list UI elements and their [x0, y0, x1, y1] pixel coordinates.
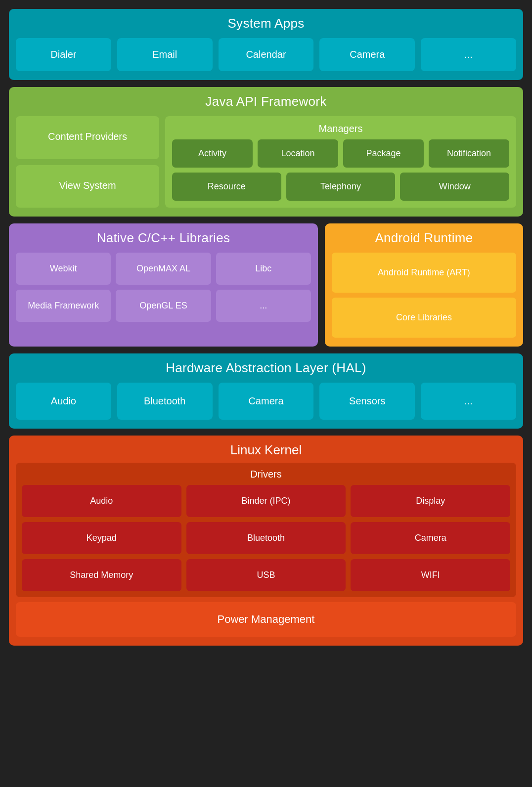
- managers-title: Managers: [172, 123, 509, 134]
- native-row1: Webkit OpenMAX AL Libc: [16, 253, 311, 285]
- hal-sensors: Sensors: [319, 383, 415, 420]
- runtime-grid: Android Runtime (ART) Core Libraries: [332, 253, 516, 338]
- linux-kernel-layer: Linux Kernel Drivers Audio Binder (IPC) …: [9, 436, 523, 646]
- hal-title: Hardware Abstraction Layer (HAL): [16, 360, 516, 376]
- hal-more: ...: [421, 383, 516, 420]
- hal-bluetooth: Bluetooth: [117, 383, 213, 420]
- hal-camera: Camera: [219, 383, 314, 420]
- driver-usb: USB: [186, 559, 346, 591]
- manager-location: Location: [258, 139, 338, 168]
- native-openmax: OpenMAX AL: [116, 253, 211, 285]
- driver-shared-memory: Shared Memory: [22, 559, 181, 591]
- runtime-art: Android Runtime (ART): [332, 253, 516, 293]
- power-management: Power Management: [16, 602, 516, 637]
- app-calendar: Calendar: [219, 38, 314, 71]
- drivers-row3: Shared Memory USB WIFI: [22, 559, 510, 591]
- app-more: ...: [421, 38, 516, 71]
- hal-layer: Hardware Abstraction Layer (HAL) Audio B…: [9, 353, 523, 429]
- native-webkit: Webkit: [16, 253, 111, 285]
- managers-row1: Activity Location Package Notification: [172, 139, 509, 168]
- managers-row2: Resource Telephony Window: [172, 173, 509, 201]
- app-email: Email: [117, 38, 213, 71]
- android-runtime-title: Android Runtime: [332, 230, 516, 246]
- driver-binder: Binder (IPC): [186, 485, 346, 517]
- native-media: Media Framework: [16, 290, 111, 322]
- drivers-row1: Audio Binder (IPC) Display: [22, 485, 510, 517]
- java-api-layer: Java API Framework Content Providers Vie…: [9, 87, 523, 217]
- system-apps-layer: System Apps Dialer Email Calendar Camera…: [9, 9, 523, 80]
- driver-audio: Audio: [22, 485, 181, 517]
- manager-resource: Resource: [172, 173, 281, 201]
- driver-camera: Camera: [351, 522, 510, 554]
- driver-wifi: WIFI: [351, 559, 510, 591]
- android-runtime-layer: Android Runtime Android Runtime (ART) Co…: [325, 223, 523, 347]
- drivers-section: Drivers Audio Binder (IPC) Display Keypa…: [16, 463, 516, 597]
- drivers-grid: Audio Binder (IPC) Display Keypad Blueto…: [22, 485, 510, 591]
- native-row2: Media Framework OpenGL ES ...: [16, 290, 311, 322]
- java-api-content: Content Providers View System Managers A…: [16, 116, 516, 208]
- app-dialer: Dialer: [16, 38, 111, 71]
- left-col: Content Providers View System: [16, 116, 159, 208]
- native-title: Native C/C++ Libraries: [16, 230, 311, 246]
- middle-row: Native C/C++ Libraries Webkit OpenMAX AL…: [9, 223, 523, 347]
- linux-title: Linux Kernel: [16, 442, 516, 458]
- java-api-title: Java API Framework: [16, 94, 516, 109]
- app-camera: Camera: [319, 38, 415, 71]
- native-grid: Webkit OpenMAX AL Libc Media Framework O…: [16, 253, 311, 322]
- native-more: ...: [216, 290, 311, 322]
- runtime-core-libs: Core Libraries: [332, 298, 516, 338]
- content-providers-card: Content Providers: [16, 116, 159, 159]
- system-apps-title: System Apps: [16, 16, 516, 31]
- managers-col: Managers Activity Location Package Notif…: [165, 116, 516, 208]
- android-architecture-diagram: System Apps Dialer Email Calendar Camera…: [0, 0, 532, 787]
- native-layer: Native C/C++ Libraries Webkit OpenMAX AL…: [9, 223, 318, 347]
- driver-bluetooth: Bluetooth: [186, 522, 346, 554]
- manager-telephony: Telephony: [286, 173, 396, 201]
- managers-grid: Activity Location Package Notification R…: [172, 139, 509, 201]
- native-opengl: OpenGL ES: [116, 290, 211, 322]
- manager-activity: Activity: [172, 139, 253, 168]
- driver-keypad: Keypad: [22, 522, 181, 554]
- native-libc: Libc: [216, 253, 311, 285]
- hal-grid: Audio Bluetooth Camera Sensors ...: [16, 383, 516, 420]
- system-apps-grid: Dialer Email Calendar Camera ...: [16, 38, 516, 71]
- driver-display: Display: [351, 485, 510, 517]
- manager-notification: Notification: [429, 139, 509, 168]
- drivers-title: Drivers: [22, 469, 510, 480]
- view-system-card: View System: [16, 165, 159, 208]
- drivers-row2: Keypad Bluetooth Camera: [22, 522, 510, 554]
- manager-package: Package: [343, 139, 424, 168]
- hal-audio: Audio: [16, 383, 111, 420]
- manager-window: Window: [400, 173, 509, 201]
